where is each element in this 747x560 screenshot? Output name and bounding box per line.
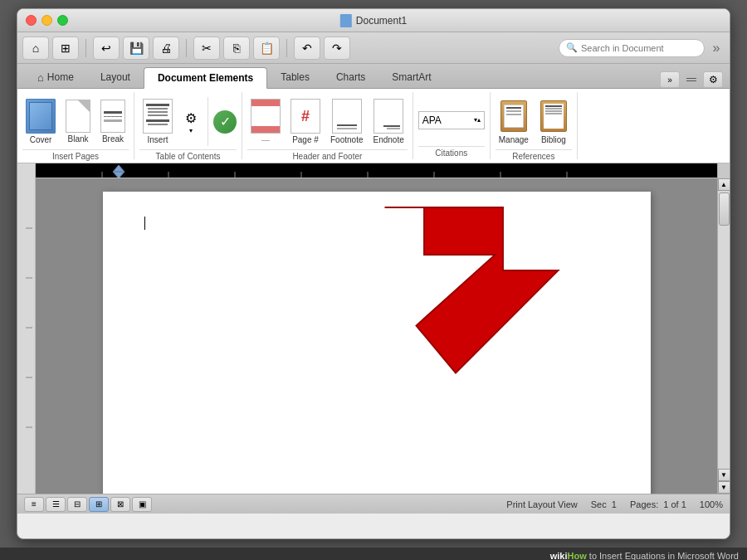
tab-charts[interactable]: Charts xyxy=(323,66,378,88)
home-toolbar-btn[interactable]: ⌂ xyxy=(22,37,49,60)
bibliography-label: Bibliog xyxy=(541,135,566,144)
apa-selector[interactable]: APA ▾▴ xyxy=(418,111,485,129)
ribbon-item-manage[interactable]: Manage xyxy=(496,97,532,146)
view-btn-web[interactable]: ⊠ xyxy=(110,497,130,512)
footnote-label: Footnote xyxy=(330,135,363,144)
toc-gear-icon: ⚙ xyxy=(183,110,199,127)
close-button[interactable] xyxy=(26,15,37,26)
toc-insert-label: Insert xyxy=(147,135,168,144)
apa-dropdown[interactable]: APA ▾▴ xyxy=(418,111,485,129)
cover-label: Cover xyxy=(30,135,52,144)
blank-icon xyxy=(66,100,90,133)
toc-items: Insert ⚙ ▾ ✓ xyxy=(139,94,237,149)
ribbon-item-footnote[interactable]: Footnote xyxy=(327,97,366,146)
doc-icon xyxy=(340,14,352,27)
document-scroll[interactable] xyxy=(36,178,717,494)
blank-label: Blank xyxy=(67,134,88,144)
left-ruler-svg xyxy=(17,178,36,494)
page-hash-icon: # xyxy=(290,99,320,134)
search-input[interactable] xyxy=(581,43,697,53)
copy-toolbar-btn[interactable]: ⎘ xyxy=(223,37,250,60)
manage-label: Manage xyxy=(499,135,529,144)
tab-tables[interactable]: Tables xyxy=(267,66,323,88)
right-scrollbar: ▲ ▼ ▼ xyxy=(717,178,730,494)
ribbon-item-endnote[interactable]: Endnote xyxy=(369,97,407,146)
ribbon-item-header-footer[interactable]: — xyxy=(247,97,284,146)
scroll-down2-btn[interactable]: ▼ xyxy=(718,481,730,494)
scrollbar-thumb[interactable] xyxy=(719,192,730,226)
references-items: Manage Bibliog xyxy=(496,94,572,149)
scroll-down-btn[interactable]: ▼ xyxy=(718,469,730,481)
break-icon xyxy=(100,100,125,133)
ribbon-section-references: Manage Bibliog xyxy=(491,92,578,159)
document-page[interactable] xyxy=(103,192,651,494)
window-title: Document1 xyxy=(340,14,407,27)
save-toolbar-btn[interactable]: 💾 xyxy=(123,37,149,60)
grid-toolbar-btn[interactable]: ⊞ xyxy=(52,37,79,60)
header-footer-icon xyxy=(251,99,281,134)
ribbon-more-btn[interactable]: » xyxy=(660,71,680,88)
ribbon-section-insert-pages: Cover Blank Break Insert P xyxy=(17,92,134,159)
tab-smartart[interactable]: SmartArt xyxy=(378,66,444,88)
ribbon-gear-btn[interactable]: ⚙ xyxy=(703,71,723,88)
toc-label: Table of Contents xyxy=(139,149,237,161)
manage-icon xyxy=(499,99,529,134)
insert-pages-label: Insert Pages xyxy=(22,149,129,161)
view-btn-list[interactable]: ☰ xyxy=(46,497,66,512)
undo-toolbar-btn[interactable]: ↶ xyxy=(294,37,320,60)
ruler-svg xyxy=(36,163,717,178)
header-footer-items: — # Page # Footnote xyxy=(247,94,408,149)
print-toolbar-btn[interactable]: 🖨 xyxy=(153,37,179,60)
search-box[interactable]: 🔍 xyxy=(559,39,705,57)
scrollbar-track xyxy=(718,191,730,469)
traffic-lights xyxy=(26,15,68,26)
endnote-icon xyxy=(374,99,403,134)
sec-label: Sec 1 xyxy=(591,499,617,509)
scroll-up-btn[interactable]: ▲ xyxy=(718,178,730,191)
tab-document-elements[interactable]: Document Elements xyxy=(144,67,267,89)
ribbon-collapse-btn[interactable] xyxy=(683,71,700,88)
view-buttons: ≡ ☰ ⊟ ⊞ ⊠ ▣ xyxy=(24,497,152,512)
status-bar: ≡ ☰ ⊟ ⊞ ⊠ ▣ Print Layout View Sec 1 Page… xyxy=(17,494,730,514)
svg-rect-0 xyxy=(36,163,717,178)
wiki-suffix: How xyxy=(568,551,587,560)
tab-home[interactable]: Home xyxy=(24,66,87,88)
paste-toolbar-btn[interactable]: 📋 xyxy=(253,37,280,60)
left-ruler xyxy=(17,178,36,494)
red-arrow-overlay xyxy=(103,192,651,494)
toolbar: ⌂ ⊞ ↩ 💾 🖨 ✂ ⎘ 📋 ↶ ↷ 🔍 » xyxy=(17,32,730,64)
maximize-button[interactable] xyxy=(57,15,68,26)
search-icon: 🔍 xyxy=(566,42,578,53)
ribbon-item-break[interactable]: Break xyxy=(97,98,129,145)
footnote-icon xyxy=(332,99,362,134)
ribbon-item-toc-settings[interactable]: ⚙ ▾ xyxy=(179,109,203,135)
view-btn-thumbnail[interactable]: ⊟ xyxy=(67,497,87,512)
svg-rect-12 xyxy=(17,178,36,494)
ribbon-item-toc-insert[interactable]: Insert xyxy=(139,97,176,146)
ribbon-item-cover[interactable]: Cover xyxy=(22,97,59,146)
toolbar-sep-3 xyxy=(286,39,287,57)
toolbar-sep-1 xyxy=(85,39,86,57)
biblio-icon xyxy=(539,99,569,134)
header-footer-sec-label: Header and Footer xyxy=(247,149,408,161)
view-btn-outline[interactable]: ≡ xyxy=(24,497,44,512)
cut-toolbar-btn[interactable]: ✂ xyxy=(193,37,220,60)
title-bar: Document1 xyxy=(17,9,730,32)
minimize-button[interactable] xyxy=(42,15,52,26)
toc-icon xyxy=(143,99,173,134)
back-toolbar-btn[interactable]: ↩ xyxy=(93,37,120,60)
view-btn-print[interactable]: ⊞ xyxy=(89,497,109,512)
ribbon-item-page-num[interactable]: # Page # xyxy=(287,97,324,146)
view-btn-focus[interactable]: ▣ xyxy=(132,497,152,512)
ruler-area xyxy=(17,163,730,178)
ribbon-item-bibliography[interactable]: Bibliog xyxy=(535,97,572,146)
toc-check-icon: ✓ xyxy=(213,110,237,134)
ribbon-item-blank[interactable]: Blank xyxy=(62,98,94,145)
page-num-label: Page # xyxy=(292,135,319,144)
redo-toolbar-btn[interactable]: ↷ xyxy=(324,37,350,60)
text-cursor xyxy=(144,217,145,230)
svg-marker-18 xyxy=(384,207,558,373)
tab-layout[interactable]: Layout xyxy=(87,66,144,88)
references-label: References xyxy=(496,149,572,161)
ruler-scrollbar-spacer xyxy=(717,163,730,178)
